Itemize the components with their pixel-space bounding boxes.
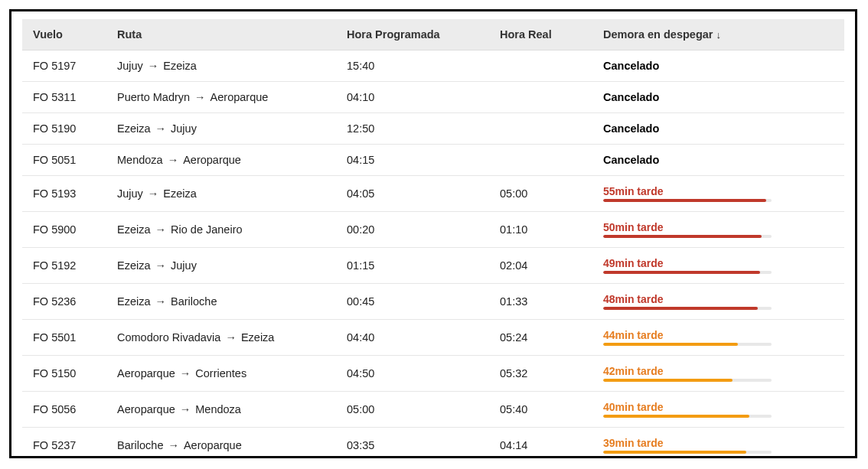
status-cancelled: Cancelado [603, 122, 659, 135]
delay-label: 55min tarde [603, 185, 834, 197]
delay-indicator: 55min tarde [603, 185, 834, 202]
table-row: FO 5900Ezeiza→Rio de Janeiro00:2001:1050… [22, 212, 844, 248]
delay-bar-fill [603, 307, 758, 310]
table-row: FO 5236Ezeiza→Bariloche00:4501:3348min t… [22, 284, 844, 320]
col-header-programada[interactable]: Hora Programada [336, 19, 489, 50]
cell-real: 01:33 [489, 284, 592, 320]
table-body: FO 5197Jujuy→Ezeiza15:40CanceladoFO 5311… [22, 50, 844, 459]
cell-real [489, 145, 592, 176]
route-to: Corrientes [195, 367, 246, 379]
route-from: Jujuy [117, 60, 143, 72]
cell-vuelo: FO 5192 [22, 248, 106, 284]
app-frame: Vuelo Ruta Hora Programada Hora Real Dem… [9, 9, 857, 458]
sort-descending-icon: ↓ [716, 29, 721, 41]
cell-ruta: Comodoro Rivadavia→Ezeiza [106, 320, 336, 356]
cell-vuelo: FO 5197 [22, 50, 106, 82]
route-from: Comodoro Rivadavia [117, 331, 220, 344]
cell-vuelo: FO 5501 [22, 320, 106, 356]
delay-indicator: 42min tarde [603, 365, 834, 382]
cell-vuelo: FO 5237 [22, 428, 106, 459]
cell-programada: 04:05 [336, 176, 489, 212]
route-to: Rio de Janeiro [171, 223, 243, 236]
cell-programada: 03:35 [336, 428, 489, 459]
table-row: FO 5192Ezeiza→Jujuy01:1502:0449min tarde [22, 248, 844, 284]
cell-programada: 12:50 [336, 113, 489, 145]
table-row: FO 5051Mendoza→Aeroparque04:15Cancelado [22, 145, 844, 176]
cell-real [489, 113, 592, 145]
cell-ruta: Ezeiza→Bariloche [106, 284, 336, 320]
delay-indicator: 44min tarde [603, 329, 834, 346]
cell-programada: 04:15 [336, 145, 489, 176]
delay-indicator: 40min tarde [603, 401, 834, 418]
route-to: Ezeiza [163, 187, 197, 200]
route-to: Aeroparque [183, 154, 241, 166]
cell-programada: 01:15 [336, 248, 489, 284]
flights-table: Vuelo Ruta Hora Programada Hora Real Dem… [22, 19, 844, 458]
cell-vuelo: FO 5900 [22, 212, 106, 248]
cell-demora: 39min tarde [592, 428, 844, 459]
cell-ruta: Ezeiza→Jujuy [106, 248, 336, 284]
cell-ruta: Ezeiza→Rio de Janeiro [106, 212, 336, 248]
delay-bar [603, 307, 772, 310]
table-row: FO 5056Aeroparque→Mendoza05:0005:4040min… [22, 392, 844, 428]
cell-demora: Cancelado [592, 82, 844, 113]
status-cancelled: Cancelado [603, 154, 659, 166]
delay-bar [603, 379, 772, 382]
arrow-right-icon: → [225, 331, 237, 344]
delay-indicator: 50min tarde [603, 221, 834, 238]
cell-real: 05:32 [489, 356, 592, 392]
cell-vuelo: FO 5190 [22, 113, 106, 145]
delay-bar-fill [603, 199, 766, 202]
delay-label: 50min tarde [603, 221, 834, 233]
table-row: FO 5311Puerto Madryn→Aeroparque04:10Canc… [22, 82, 844, 113]
route-from: Ezeiza [117, 122, 151, 135]
table-row: FO 5197Jujuy→Ezeiza15:40Cancelado [22, 50, 844, 82]
cell-programada: 00:45 [336, 284, 489, 320]
cell-real [489, 50, 592, 82]
cell-demora: 48min tarde [592, 284, 844, 320]
cell-demora: 44min tarde [592, 320, 844, 356]
arrow-right-icon: → [155, 122, 167, 135]
arrow-right-icon: → [148, 60, 159, 72]
delay-bar-fill [603, 271, 760, 274]
cell-demora: 55min tarde [592, 176, 844, 212]
delay-label: 39min tarde [603, 437, 834, 449]
cell-real: 05:00 [489, 176, 592, 212]
cell-ruta: Puerto Madryn→Aeroparque [106, 82, 336, 113]
delay-indicator: 48min tarde [603, 293, 834, 310]
delay-label: 42min tarde [603, 365, 834, 377]
table-row: FO 5190Ezeiza→Jujuy12:50Cancelado [22, 113, 844, 145]
route-to: Jujuy [171, 122, 197, 135]
cell-real [489, 82, 592, 113]
cell-vuelo: FO 5311 [22, 82, 106, 113]
delay-bar [603, 271, 772, 274]
arrow-right-icon: → [194, 91, 206, 103]
cell-ruta: Mendoza→Aeroparque [106, 145, 336, 176]
arrow-right-icon: → [168, 154, 179, 166]
delay-label: 49min tarde [603, 257, 834, 269]
delay-bar [603, 451, 772, 454]
route-from: Aeroparque [117, 367, 175, 379]
cell-vuelo: FO 5051 [22, 145, 106, 176]
cell-ruta: Bariloche→Aeroparque [106, 428, 336, 459]
col-header-real[interactable]: Hora Real [489, 19, 592, 50]
route-from: Mendoza [117, 154, 163, 166]
cell-vuelo: FO 5150 [22, 356, 106, 392]
col-header-demora[interactable]: Demora en despegar↓ [592, 19, 844, 50]
cell-programada: 04:40 [336, 320, 489, 356]
delay-bar-fill [603, 451, 746, 454]
cell-programada: 05:00 [336, 392, 489, 428]
status-cancelled: Cancelado [603, 60, 659, 72]
col-header-ruta[interactable]: Ruta [106, 19, 336, 50]
col-header-demora-label: Demora en despegar [603, 28, 713, 41]
col-header-vuelo[interactable]: Vuelo [22, 19, 106, 50]
table-row: FO 5501Comodoro Rivadavia→Ezeiza04:4005:… [22, 320, 844, 356]
cell-real: 02:04 [489, 248, 592, 284]
cell-real: 01:10 [489, 212, 592, 248]
cell-programada: 04:10 [336, 82, 489, 113]
table-row: FO 5237Bariloche→Aeroparque03:3504:1439m… [22, 428, 844, 459]
delay-bar-fill [603, 235, 762, 238]
cell-real: 04:14 [489, 428, 592, 459]
route-to: Jujuy [171, 259, 197, 272]
arrow-right-icon: → [155, 295, 167, 308]
